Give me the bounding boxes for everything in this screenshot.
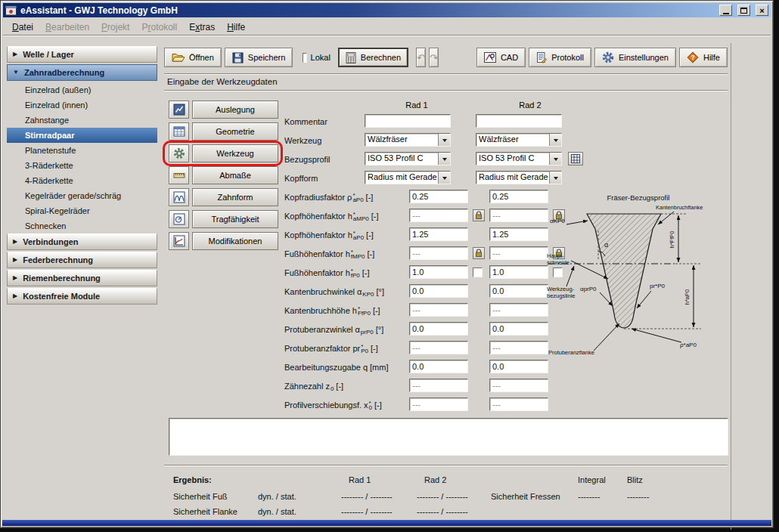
kopfform-rad1-select[interactable]: Radius mit Gerade: [365, 171, 451, 184]
profilverschiebungsf-rad1-input[interactable]: [409, 397, 468, 411]
menu-hilfe[interactable]: Hilfe: [221, 20, 251, 35]
protuberanzwinkel-rad2-input[interactable]: [489, 322, 548, 336]
menu-datei[interactable]: Datei: [6, 20, 39, 35]
save-button[interactable]: Speichern: [225, 48, 293, 67]
rho-ap0-label: ρ*aP0: [680, 342, 697, 348]
result-fuss-rad1: -------- / --------: [341, 492, 393, 501]
sidebar-section-verbindungen[interactable]: ▶Verbindungen: [7, 234, 157, 250]
undo-button[interactable]: ↶: [416, 48, 426, 67]
form-row-kommentar: Kommentar: [163, 114, 731, 129]
bezugsprofil-rad1-select[interactable]: ISO 53 Profil C: [365, 152, 451, 165]
sidebar-item-kegelräder-gerade-schräg[interactable]: Kegelräder gerade/schräg: [7, 188, 157, 203]
dropdown-arrow-icon[interactable]: [438, 153, 450, 165]
kantenbruchhoehe-rad2-input[interactable]: [489, 303, 548, 317]
bearbeitungszugabe-rad2-input[interactable]: [489, 360, 548, 373]
sidebar-item-3-räderkette[interactable]: 3-Räderkette: [7, 158, 157, 173]
bezugsprofil-rad2-select[interactable]: ISO 53 Profil C: [476, 152, 562, 165]
redo-button[interactable]: ↷: [429, 48, 439, 67]
cad-label: CAD: [501, 53, 518, 62]
profilverschiebungsf-rad2-input[interactable]: [489, 397, 548, 411]
alpha-prp0-label: αprP0: [580, 286, 597, 292]
menu-bearbeiten[interactable]: Bearbeiten: [39, 20, 95, 35]
kopfhoehenfaktor-amp0-rad1-input[interactable]: [409, 209, 468, 222]
rad1-column-header: Rad 1: [386, 101, 447, 110]
sidebar-section-welle-lager[interactable]: ▶Welle / Lager: [7, 46, 157, 63]
open-folder-icon: [172, 52, 185, 63]
berechnen-button[interactable]: Berechnen: [338, 48, 408, 67]
lock-icon[interactable]: [473, 209, 485, 221]
fusshoehenfaktor-fp0-rad1-input[interactable]: [409, 265, 468, 279]
protuberanzwinkel-rad1-input[interactable]: [409, 322, 468, 336]
kopfhoehenfaktor-ap0-rad1-input[interactable]: [409, 227, 468, 241]
open-button[interactable]: Öffnen: [164, 48, 222, 67]
lokal-checkbox[interactable]: [303, 53, 306, 63]
kantenbruchhoehe-rad1-input[interactable]: [409, 303, 468, 317]
protuberanzfaktor-rad1-input[interactable]: [409, 341, 468, 354]
sidebar-section-riemenberechnung[interactable]: ▶Riemenberechnung: [7, 270, 157, 286]
dropdown-arrow-icon[interactable]: [438, 172, 450, 184]
results-header-rad2: Rad 2: [424, 475, 446, 484]
cad-button[interactable]: CAD: [476, 48, 526, 67]
dropdown-arrow-icon[interactable]: [438, 134, 450, 146]
sidebar-item-4-räderkette[interactable]: 4-Räderkette: [7, 173, 157, 188]
result-mode: dyn. / stat.: [258, 492, 296, 501]
field-label: Bearbeitungszugabeq[mm]: [284, 360, 389, 375]
bearbeitungszugabe-rad1-input[interactable]: [409, 360, 468, 373]
dropdown-arrow-icon[interactable]: [549, 134, 561, 146]
kopfform-rad2-select[interactable]: Radius mit Gerade: [476, 171, 562, 184]
zaehnezahl-rad2-input[interactable]: [489, 379, 548, 392]
redo-icon: ↷: [430, 52, 438, 63]
sidebar-item-stirnradpaar[interactable]: Stirnradpaar: [7, 128, 157, 143]
menu-extras[interactable]: Extras: [183, 20, 221, 35]
protokoll-button[interactable]: Protokoll: [529, 48, 591, 67]
sidebar-item-planetenstufe[interactable]: Planetenstufe: [7, 143, 157, 158]
close-button[interactable]: ×: [756, 5, 768, 16]
kantenbruchwinkel-rad1-input[interactable]: [409, 284, 468, 298]
save-disk-icon: [232, 52, 244, 63]
sidebar-section-federberechnung[interactable]: ▶Federberechnung: [7, 252, 157, 268]
kommentar-rad2-input[interactable]: [476, 114, 562, 128]
zaehnezahl-rad1-input[interactable]: [409, 379, 468, 392]
kopfradiusfaktor-rad1-input[interactable]: [409, 190, 468, 203]
einstellungen-button[interactable]: Einstellungen: [594, 48, 676, 67]
kopfhoehenfaktor-ap0-rad2-input[interactable]: [489, 227, 548, 241]
werkzeug-rad2-select[interactable]: Wälzfräser: [476, 133, 562, 147]
sidebar: ▶Welle / Lager▼ZahnradberechnungEinzelra…: [7, 46, 157, 306]
form-row-werkzeug: WerkzeugWälzfräserWälzfräser: [163, 133, 731, 148]
sidebar-item-einzelrad-innen[interactable]: Einzelrad (innen): [7, 97, 157, 113]
sidebar-section-zahnradberechnung[interactable]: ▼Zahnradberechnung: [7, 64, 157, 81]
maximize-icon: [740, 8, 747, 14]
sidebar-section-kostenfreie-module[interactable]: ▶Kostenfreie Module: [7, 288, 157, 305]
sidebar-item-schnecken[interactable]: Schnecken: [7, 218, 157, 234]
result-fressen-integral: --------: [578, 492, 600, 501]
dropdown-arrow-icon[interactable]: [549, 172, 561, 184]
fusshoehenfaktor-fmp0-rad1-input[interactable]: [409, 246, 468, 260]
sidebar-item-spiral-kegelräder[interactable]: Spiral-Kegelräder: [7, 203, 157, 218]
alpha-label: α: [604, 241, 608, 249]
bezugsprofil-edit-button[interactable]: [568, 152, 583, 165]
hilfe-button[interactable]: ? Hilfe: [679, 48, 728, 67]
kopfradiusfaktor-rad2-input[interactable]: [489, 190, 548, 203]
sidebar-item-zahnstange[interactable]: Zahnstange: [7, 113, 157, 128]
fusshoehenfaktor-fmp0-rad2-input[interactable]: [489, 246, 548, 260]
fusshoehenfaktor-fp0-rad2-input[interactable]: [489, 265, 548, 279]
minimize-button[interactable]: [719, 5, 732, 16]
divider: [164, 90, 728, 91]
kommentar-rad1-input[interactable]: [365, 114, 451, 128]
triangle-down-icon: ▼: [13, 70, 19, 76]
dropdown-arrow-icon[interactable]: [549, 153, 561, 165]
maximize-button[interactable]: [737, 5, 750, 16]
kopfhoehenfaktor-amp0-rad2-input[interactable]: [489, 209, 548, 222]
lock-icon[interactable]: [473, 247, 485, 259]
lokal-label: Lokal: [311, 53, 331, 62]
field-label: Profilverschiebungsf.x*0[-]: [284, 397, 382, 413]
fusshoehenfaktor-fp0-rad1-checkbox[interactable]: [473, 268, 483, 277]
protuberanzfaktor-rad2-input[interactable]: [489, 341, 548, 354]
kantenbruchwinkel-rad2-input[interactable]: [489, 284, 548, 298]
result-label-fuss: Sicherheit Fuß: [173, 492, 228, 501]
menu-protokoll[interactable]: Protokoll: [135, 20, 183, 35]
werkzeug-rad1-select[interactable]: Wälzfräser: [365, 133, 451, 147]
pr-p0-label: pr*P0: [650, 283, 666, 289]
sidebar-item-einzelrad-außen[interactable]: Einzelrad (außen): [7, 82, 157, 97]
menu-projekt[interactable]: Projekt: [95, 20, 135, 35]
